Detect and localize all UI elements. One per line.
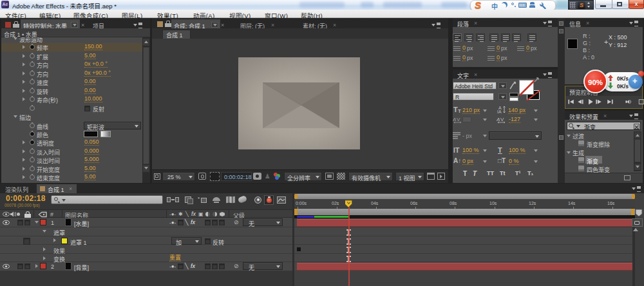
svg-text:IA: IA [497, 110, 502, 114]
svg-text:V: V [457, 117, 460, 122]
svg-text:A: A [497, 117, 500, 122]
svg-text:V: V [500, 117, 504, 122]
svg-text:A: A [453, 117, 456, 122]
